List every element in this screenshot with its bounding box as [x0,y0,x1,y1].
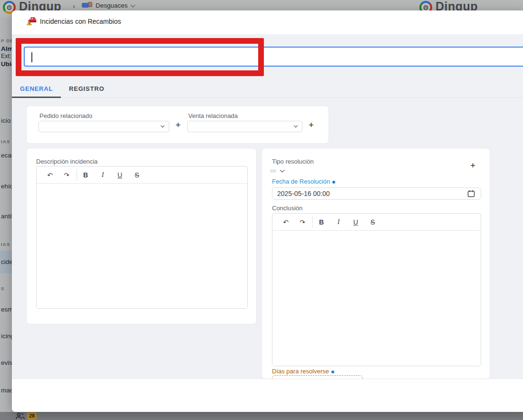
descripcion-editor[interactable]: ↶ ↷ B I U S [36,166,248,309]
fecha-resolucion-label: Fecha de Resolución [272,178,335,185]
annotation-highlight-box [16,38,264,76]
editor-toolbar: ↶ ↷ B I U S [272,214,481,231]
fecha-resolucion-input[interactable]: 2025-05-16 00:00 [272,187,481,200]
bold-button[interactable]: B [80,170,91,180]
add-venta-button[interactable]: + [309,120,314,130]
required-dot [331,371,334,373]
page: ⚙ Dingup › Desguaces ⚙ Dingup P DE Alma … [0,0,523,420]
modal-body: GENERAL REGISTRO Pedido relacionado + Ve… [12,34,523,379]
venta-label: Venta relacionada [188,112,238,119]
undo-button[interactable]: ↶ [281,217,291,227]
venta-select[interactable] [187,121,302,132]
active-tab-indicator [12,97,61,98]
modal-title: Incidencias con Recambios [40,18,121,25]
italic-button[interactable]: I [97,170,108,180]
chevron-down-icon [294,124,298,127]
bold-button[interactable]: B [316,217,327,227]
required-dot [332,181,335,184]
descripcion-editor-area[interactable] [37,184,247,308]
chevron-down-icon [161,124,165,127]
underline-button[interactable]: U [115,170,125,180]
descripcion-label: Descripción incidencia [36,158,97,165]
fecha-value: 2025-05-16 00:00 [277,190,330,197]
conclusion-label: Conclusión [272,205,302,212]
chevron-down-icon [280,168,285,173]
toolbar-separator [312,216,313,228]
editor-toolbar: ↶ ↷ B I U S [37,166,247,184]
dias-resolverse-label: Días para resolverse [272,368,334,375]
dias-label-text: Días para resolverse [272,368,329,375]
conclusion-editor[interactable]: ↶ ↷ B I U S [272,213,481,366]
tab-registro[interactable]: REGISTRO [69,85,104,92]
resolution-card: Tipo resolución + Fecha de Resolución 20… [262,148,490,379]
pedido-select[interactable] [39,121,169,132]
strikethrough-button[interactable]: S [368,217,378,227]
tab-general[interactable]: GENERAL [20,85,53,92]
modal-footer [12,379,523,412]
redo-button[interactable]: ↷ [61,170,72,180]
calendar-icon[interactable] [467,190,475,197]
strikethrough-button[interactable]: S [132,170,142,180]
empty-value-chip [270,169,276,173]
description-card: Descripción incidencia ↶ ↷ B I U S [26,148,257,324]
toolbar-separator [77,169,77,181]
dias-resolverse-input[interactable]: -1 [272,375,363,379]
undo-button[interactable]: ↶ [45,170,55,180]
tipo-resolucion-select[interactable] [270,166,289,175]
tipo-resolucion-label: Tipo resolución [272,158,314,165]
tabs-divider [12,98,523,98]
conclusion-editor-area[interactable] [272,231,481,366]
underline-button[interactable]: U [350,217,361,227]
add-pedido-button[interactable]: + [175,120,181,130]
relations-card: Pedido relacionado + Venta relacionada + [26,106,329,144]
pedido-label: Pedido relacionado [39,112,92,119]
add-tipo-button[interactable]: + [470,161,475,170]
redo-button[interactable]: ↷ [297,217,308,227]
fecha-label-text: Fecha de Resolución [272,178,330,185]
italic-button[interactable]: I [333,217,344,227]
incident-car-icon [27,16,37,25]
modal-header: Incidencias con Recambios [12,10,523,34]
